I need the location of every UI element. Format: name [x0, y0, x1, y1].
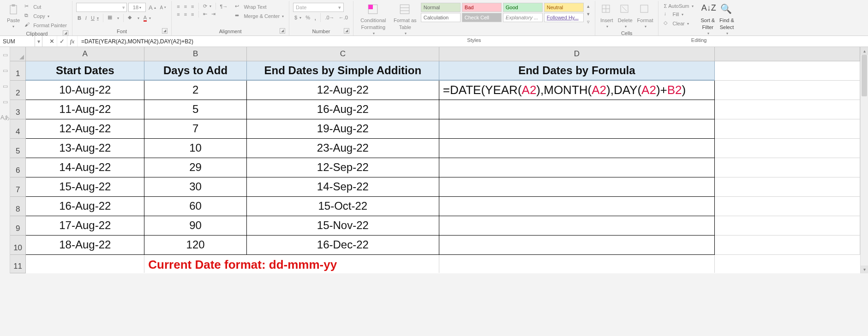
increase-indent-button[interactable]: ⇥: [210, 11, 217, 18]
increase-decimal-button[interactable]: .0→: [323, 14, 335, 21]
row-header-2[interactable]: 2: [10, 80, 26, 100]
paste-button[interactable]: Paste ▾: [6, 3, 21, 29]
cell-E8[interactable]: [714, 196, 860, 216]
border-button[interactable]: ▦: [106, 14, 120, 22]
font-dialog-launcher[interactable]: ◢: [162, 28, 168, 34]
cell-B7[interactable]: 30: [144, 177, 247, 196]
cell-C8[interactable]: 15-Oct-22: [246, 196, 439, 216]
cell-C6[interactable]: 12-Sep-22: [246, 158, 439, 177]
align-center-button[interactable]: ≡: [183, 11, 188, 18]
cell-A11[interactable]: [26, 254, 144, 273]
ltr-button[interactable]: ¶→: [219, 3, 229, 10]
cell-B2[interactable]: 2: [144, 80, 247, 100]
cut-button[interactable]: ✂ Cut: [23, 3, 68, 11]
cell-D10[interactable]: [439, 235, 714, 254]
cancel-formula-button[interactable]: ✕: [47, 36, 57, 47]
bold-button[interactable]: B: [76, 15, 83, 21]
format-painter-button[interactable]: 🖌 Format Painter: [23, 21, 68, 29]
cell-B10[interactable]: 120: [144, 235, 247, 254]
cell-B9[interactable]: 90: [144, 216, 247, 235]
number-dialog-launcher[interactable]: ◢: [344, 28, 349, 34]
currency-button[interactable]: $: [293, 14, 303, 21]
insert-function-button[interactable]: fx: [67, 36, 78, 47]
cell-D7[interactable]: [439, 177, 714, 196]
cell-D5[interactable]: [439, 138, 714, 158]
cell-A8[interactable]: 16-Aug-22: [26, 196, 144, 216]
conditional-formatting-button[interactable]: Conditional Formatting: [357, 3, 389, 36]
find-select-button[interactable]: 🔍 Find & Select: [718, 3, 736, 36]
decrease-font-button[interactable]: A▾: [159, 5, 168, 11]
cell-D2[interactable]: =DATE(YEAR(A2),MONTH(A2),DAY(A2)+B2): [439, 80, 714, 100]
orientation-button[interactable]: ⟳: [202, 3, 213, 10]
scroll-up-button[interactable]: ▴: [861, 47, 868, 55]
cell-A5[interactable]: 13-Aug-22: [26, 138, 144, 158]
alignment-dialog-launcher[interactable]: ◢: [280, 28, 285, 34]
style-neutral[interactable]: Neutral: [544, 3, 584, 12]
col-header-C[interactable]: C: [246, 47, 439, 61]
rail-icon-1[interactable]: ▭: [0, 47, 10, 63]
align-left-button[interactable]: ≡: [175, 11, 181, 18]
rail-icon-2[interactable]: ▭: [0, 63, 10, 78]
cell-E11[interactable]: [714, 254, 860, 273]
scroll-thumb[interactable]: [862, 55, 867, 96]
enter-formula-button[interactable]: ✓: [57, 36, 67, 47]
cell-B6[interactable]: 29: [144, 158, 247, 177]
cell-A7[interactable]: 15-Aug-22: [26, 177, 144, 196]
scroll-down-button[interactable]: ▾: [861, 265, 868, 273]
cell-A6[interactable]: 14-Aug-22: [26, 158, 144, 177]
cell-E2[interactable]: [714, 80, 860, 100]
cell-D9[interactable]: [439, 216, 714, 235]
cell-C4[interactable]: 19-Aug-22: [246, 119, 439, 138]
style-followed-hyperlink[interactable]: Followed Hy...: [544, 13, 584, 22]
cell-A1[interactable]: Start Dates: [26, 61, 144, 80]
cell-E4[interactable]: [714, 119, 860, 138]
row-header-5[interactable]: 5: [10, 138, 26, 158]
underline-button[interactable]: U: [90, 15, 100, 21]
clear-button[interactable]: ◇ Clear: [662, 19, 694, 28]
cell-B3[interactable]: 5: [144, 100, 247, 119]
style-explanatory[interactable]: Explanatory ...: [503, 13, 543, 22]
cell-C2[interactable]: 12-Aug-22: [246, 80, 439, 100]
cell-D1[interactable]: End Dates by Formula: [439, 61, 714, 80]
col-header-B[interactable]: B: [144, 47, 247, 61]
decrease-decimal-button[interactable]: ←.0: [337, 14, 349, 21]
row-header-9[interactable]: 9: [10, 216, 26, 235]
cell-B5[interactable]: 10: [144, 138, 247, 158]
cell-E7[interactable]: [714, 177, 860, 196]
fill-color-button[interactable]: ◆: [126, 14, 141, 22]
font-size-combo[interactable]: 18▾: [128, 3, 146, 12]
rail-icon-4[interactable]: ▭: [0, 94, 10, 110]
number-format-combo[interactable]: Date ▾: [293, 3, 344, 12]
row-header-10[interactable]: 10: [10, 235, 26, 254]
name-box-dropdown[interactable]: ▾: [35, 36, 42, 47]
align-bottom-button[interactable]: ≡: [190, 3, 195, 10]
cell-A10[interactable]: 18-Aug-22: [26, 235, 144, 254]
fill-button[interactable]: ↓ Fill: [662, 10, 694, 18]
cell-C3[interactable]: 16-Aug-22: [246, 100, 439, 119]
style-gallery-more[interactable]: ▿: [586, 18, 591, 25]
col-header-D[interactable]: D: [439, 47, 714, 61]
cell-B1[interactable]: Days to Add: [144, 61, 247, 80]
vertical-scrollbar[interactable]: ▴ ▾: [860, 47, 868, 273]
copy-button[interactable]: ⧉ Copy: [23, 12, 68, 20]
merge-center-button[interactable]: ⬌ Merge & Center: [233, 12, 285, 20]
cell-D4[interactable]: [439, 119, 714, 138]
style-calculation[interactable]: Calculation: [421, 13, 461, 22]
comma-button[interactable]: ,: [313, 13, 317, 22]
cell-E3[interactable]: [714, 100, 860, 119]
font-name-combo[interactable]: ▾: [76, 3, 127, 12]
style-good[interactable]: Good: [503, 3, 543, 12]
font-color-button[interactable]: A: [142, 14, 152, 22]
style-normal[interactable]: Normal: [421, 3, 461, 12]
select-all-corner[interactable]: [10, 47, 26, 61]
cell-D6[interactable]: [439, 158, 714, 177]
rail-icon-3[interactable]: ▭: [0, 78, 10, 94]
row-header-8[interactable]: 8: [10, 196, 26, 216]
col-header-A[interactable]: A: [26, 47, 144, 61]
style-check-cell[interactable]: Check Cell: [462, 13, 502, 22]
format-cells-button[interactable]: Format: [636, 3, 655, 29]
cell-E9[interactable]: [714, 216, 860, 235]
cell-C9[interactable]: 15-Nov-22: [246, 216, 439, 235]
cell-E1[interactable]: [714, 61, 860, 80]
sort-filter-button[interactable]: A↓Z Sort & Filter: [700, 3, 717, 36]
